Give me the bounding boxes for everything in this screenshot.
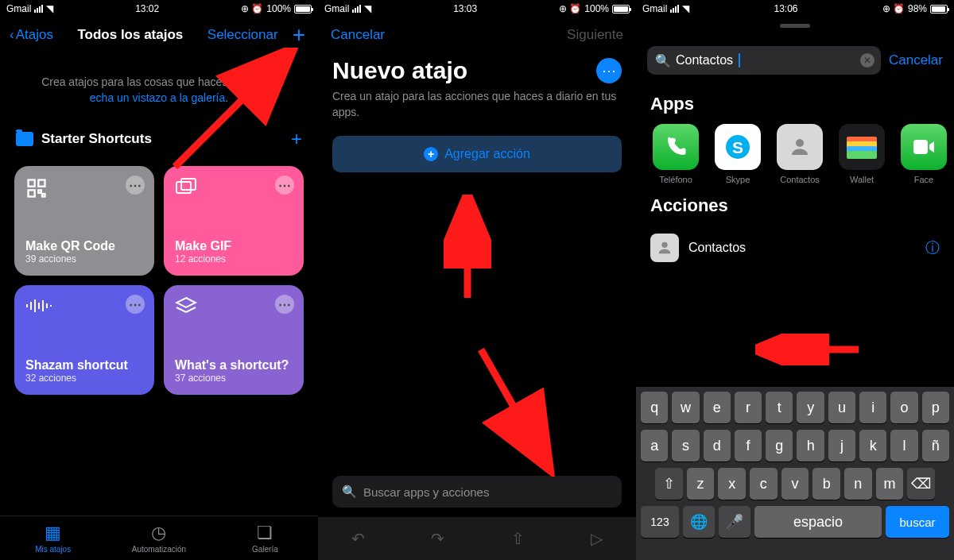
key-a[interactable]: a (641, 430, 668, 462)
mic-key[interactable]: 🎤 (719, 506, 750, 538)
play-button[interactable]: ▷ (591, 529, 603, 548)
key-g[interactable]: g (766, 430, 793, 462)
globe-key[interactable]: 🌐 (683, 506, 715, 538)
key-q[interactable]: q (641, 392, 668, 423)
backspace-key[interactable]: ⌫ (907, 468, 935, 500)
svg-text:S: S (732, 138, 743, 156)
svg-rect-0 (29, 180, 35, 187)
screen-new-shortcut: Gmail ◥ 13:03 ⊕ ⏰ 100% Cancelar Siguient… (318, 0, 636, 560)
key-t[interactable]: t (766, 392, 793, 423)
facetime-icon (901, 124, 947, 170)
key-z[interactable]: z (687, 468, 715, 500)
action-contactos[interactable]: Contactos ⓘ (636, 226, 954, 270)
redo-button[interactable]: ↷ (431, 529, 444, 548)
key-m[interactable]: m (876, 468, 904, 500)
images-icon (175, 177, 293, 201)
key-p[interactable]: p (922, 392, 949, 423)
add-action-button[interactable]: + Agregar acción (332, 136, 622, 172)
key-s[interactable]: s (672, 430, 699, 462)
cancel-button[interactable]: Cancelar (331, 27, 385, 43)
tab-automation[interactable]: ◷ Automatización (106, 516, 211, 560)
clock: 13:06 (774, 3, 797, 14)
key-n[interactable]: n (844, 468, 872, 500)
card-title: Make QR Code (25, 239, 143, 253)
search-input[interactable]: 🔍 Contactos ✕ (647, 46, 881, 75)
sheet-grabber[interactable] (780, 24, 810, 28)
app-facetime[interactable]: Face (898, 124, 949, 184)
key-k[interactable]: k (859, 430, 886, 462)
folder-header[interactable]: Starter Shortcuts + (0, 120, 318, 158)
key-i[interactable]: i (859, 392, 886, 423)
back-button[interactable]: ‹ Atajos (10, 27, 53, 43)
svg-point-21 (661, 242, 667, 248)
shift-key[interactable]: ⇧ (655, 468, 683, 500)
app-contactos[interactable]: Contactos (774, 124, 825, 184)
clear-button[interactable]: ✕ (860, 53, 874, 68)
undo-button[interactable]: ↶ (351, 529, 365, 548)
select-button[interactable]: Seleccionar (207, 27, 278, 43)
carrier-label: Gmail (6, 3, 31, 14)
status-bar: Gmail ◥ 13:03 ⊕ ⏰ 100% (318, 0, 636, 17)
key-d[interactable]: d (704, 430, 731, 462)
number-key[interactable]: 123 (641, 506, 679, 538)
tab-bar: ▦ Mis atajos ◷ Automatización ❏ Galería (0, 516, 318, 560)
key-x[interactable]: x (718, 468, 746, 500)
search-input[interactable]: 🔍 Buscar apps y acciones (332, 476, 622, 508)
layers-icon (175, 296, 293, 320)
card-title: What's a shortcut? (175, 358, 293, 373)
shortcut-card-gif[interactable]: ⋯ Make GIF 12 acciones (164, 166, 304, 276)
tab-gallery[interactable]: ❏ Galería (212, 516, 318, 560)
more-icon[interactable]: ⋯ (275, 176, 294, 195)
app-skype[interactable]: S Skype (712, 124, 763, 184)
space-key[interactable]: espacio (754, 506, 882, 538)
app-telefono[interactable]: Teléfono (650, 124, 701, 184)
description-text: Crea un atajo para las acciones que hace… (318, 87, 636, 136)
battery-percent: 100% (584, 3, 609, 14)
annotation-arrow (444, 195, 491, 306)
key-l[interactable]: l (890, 430, 917, 462)
share-button[interactable]: ⇧ (511, 529, 525, 548)
key-c[interactable]: c (750, 468, 778, 500)
key-w[interactable]: w (672, 392, 699, 423)
wifi-icon: ◥ (682, 3, 689, 14)
more-icon[interactable]: ⋯ (275, 295, 294, 314)
key-h[interactable]: h (797, 430, 824, 462)
key-j[interactable]: j (828, 430, 855, 462)
svg-point-19 (796, 139, 804, 147)
clock-icon: ◷ (151, 523, 166, 543)
tab-my-shortcuts[interactable]: ▦ Mis atajos (0, 516, 106, 560)
search-value: Contactos (676, 53, 733, 68)
key-y[interactable]: y (797, 392, 824, 423)
key-ñ[interactable]: ñ (922, 430, 949, 462)
key-o[interactable]: o (890, 392, 917, 423)
gallery-link[interactable]: echa un vistazo a la galería (90, 91, 225, 104)
add-shortcut-button[interactable]: + (289, 22, 308, 48)
card-subtitle: 37 acciones (175, 373, 293, 384)
section-apps-header: Apps (636, 83, 954, 124)
key-b[interactable]: b (812, 468, 840, 500)
key-e[interactable]: e (704, 392, 731, 423)
app-wallet[interactable]: Wallet (836, 124, 887, 184)
key-v[interactable]: v (781, 468, 809, 500)
info-button[interactable]: ⓘ (925, 238, 940, 257)
cancel-button[interactable]: Cancelar (889, 52, 943, 68)
grid-icon: ▦ (45, 523, 61, 543)
card-subtitle: 32 acciones (25, 373, 143, 384)
shortcut-card-shazam[interactable]: ⋯ Shazam shortcut 32 acciones (14, 285, 154, 395)
folder-add-button[interactable]: + (291, 128, 302, 150)
card-subtitle: 12 acciones (175, 253, 293, 265)
more-icon[interactable]: ⋯ (126, 176, 145, 195)
key-r[interactable]: r (735, 392, 762, 423)
screen-search-actions: Gmail ◥ 13:06 ⊕ ⏰ 98% 🔍 Contactos ✕ Canc… (636, 0, 954, 560)
more-icon[interactable]: ⋯ (126, 295, 145, 314)
key-f[interactable]: f (735, 430, 762, 462)
next-button[interactable]: Siguiente (567, 27, 623, 43)
search-key[interactable]: buscar (886, 506, 949, 538)
shortcut-card-qr[interactable]: ⋯ Make QR Code 39 acciones (14, 166, 154, 276)
annotation-arrow (755, 334, 867, 365)
key-u[interactable]: u (828, 392, 855, 423)
shortcut-card-whatis[interactable]: ⋯ What's a shortcut? 37 acciones (164, 285, 304, 395)
signal-icon (670, 5, 679, 13)
settings-button[interactable]: ⋯ (596, 58, 622, 83)
stack-icon: ❏ (257, 523, 273, 543)
